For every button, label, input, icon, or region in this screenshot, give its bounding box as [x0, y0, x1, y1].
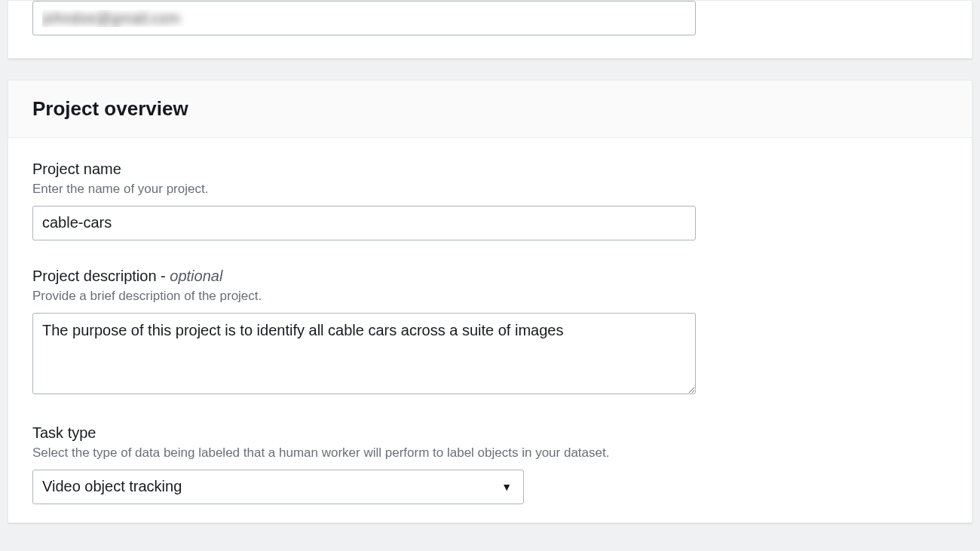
project-name-help: Enter the name of your project.: [32, 181, 948, 198]
project-overview-header: Project overview: [8, 81, 972, 138]
project-name-input[interactable]: [32, 206, 696, 240]
task-type-help: Select the type of data being labeled th…: [32, 445, 948, 462]
task-type-select[interactable]: Video object tracking: [32, 470, 524, 504]
project-description-help: Provide a brief description of the proje…: [32, 288, 948, 305]
task-type-group: Task type Select the type of data being …: [32, 423, 948, 504]
task-type-label: Task type: [32, 423, 948, 443]
email-label: Business email address: [32, 0, 948, 1]
project-description-label: Project description - optional: [32, 266, 948, 286]
project-overview-heading: Project overview: [32, 97, 948, 121]
project-description-textarea[interactable]: [32, 313, 696, 394]
business-email-input[interactable]: [32, 1, 696, 35]
project-overview-panel: Project overview Project name Enter the …: [8, 80, 972, 523]
contact-panel: Business email address: [8, 0, 972, 59]
project-name-label: Project name: [32, 159, 948, 179]
project-name-group: Project name Enter the name of your proj…: [32, 159, 948, 240]
project-description-group: Project description - optional Provide a…: [32, 266, 948, 397]
